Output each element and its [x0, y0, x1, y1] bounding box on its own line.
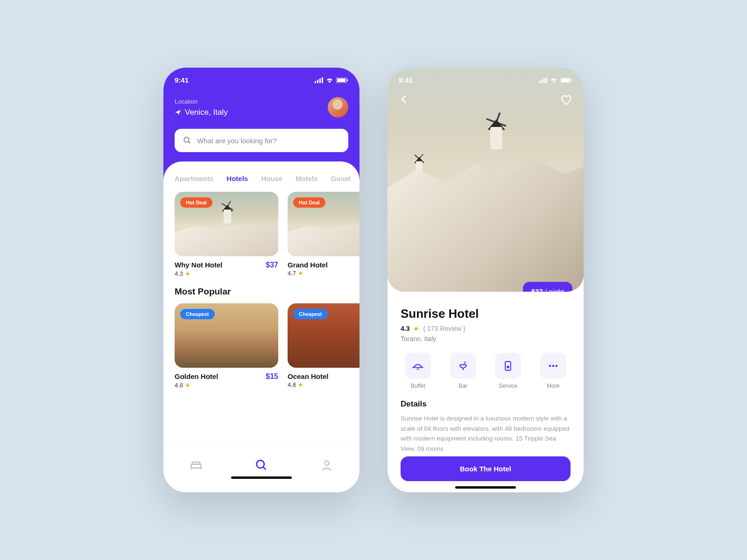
- cheapest-badge: Cheapest: [293, 309, 328, 319]
- hotel-card[interactable]: Hot Deal Why Not Hotel $37 4.3★: [175, 192, 278, 277]
- star-icon: ★: [413, 325, 419, 332]
- svg-rect-6: [347, 79, 348, 81]
- rating-value: 4.3: [401, 325, 409, 332]
- cheapest-badge: Cheapest: [180, 309, 215, 319]
- svg-point-15: [324, 461, 329, 465]
- hot-deal-badge: Hot Deal: [293, 197, 325, 208]
- svg-rect-9: [191, 464, 201, 468]
- battery-icon: [336, 77, 348, 83]
- more-icon: [547, 359, 560, 372]
- hotel-card[interactable]: Cheapest Golden Hotel $15 4.8★: [175, 303, 278, 389]
- hotel-card[interactable]: Hot Deal Grand Hotel 4.7★: [288, 192, 359, 277]
- tab-apartments[interactable]: Apartments: [175, 175, 213, 182]
- status-icons: [539, 77, 572, 83]
- hotel-title: Sunrise Hotel: [401, 307, 571, 321]
- status-icons: [315, 77, 348, 83]
- popular-row[interactable]: Cheapest Golden Hotel $15 4.8★ Cheapest …: [163, 303, 359, 389]
- svg-rect-19: [546, 77, 547, 83]
- search-input[interactable]: [197, 137, 340, 145]
- back-icon[interactable]: [399, 94, 410, 105]
- svg-rect-18: [543, 78, 545, 83]
- hotel-card[interactable]: Cheapest Ocean Hotel 4.8★: [288, 303, 359, 389]
- wifi-icon: [326, 77, 333, 83]
- amenity-bar[interactable]: Bar: [446, 353, 481, 389]
- status-bar: 9:41: [399, 76, 572, 84]
- hotel-price: $37: [266, 261, 278, 269]
- details-text: Sunrise Hotel is designed in a luxurious…: [401, 413, 571, 454]
- tab-house[interactable]: House: [261, 175, 282, 182]
- body: Apartments Hotels House Motels Guset Hot…: [163, 161, 359, 483]
- location-value: Venice, Italy: [175, 108, 228, 117]
- search-bar[interactable]: [175, 129, 348, 152]
- search-nav-icon[interactable]: [255, 459, 268, 472]
- svg-rect-3: [322, 77, 323, 83]
- svg-point-7: [184, 137, 189, 142]
- svg-rect-22: [571, 79, 572, 81]
- profile-icon[interactable]: [320, 459, 333, 472]
- wifi-icon: [550, 77, 557, 83]
- hotel-name: Ocean Hotel: [288, 372, 329, 380]
- price-pill: $37 / night: [523, 282, 572, 292]
- location-arrow-icon: [175, 109, 181, 116]
- hot-deal-badge: Hot Deal: [180, 197, 212, 208]
- category-tabs: Apartments Hotels House Motels Guset: [163, 175, 359, 182]
- svg-rect-2: [319, 78, 321, 83]
- svg-rect-1: [317, 80, 318, 83]
- battery-icon: [560, 77, 572, 83]
- hotel-name: Golden Hotel: [175, 372, 218, 380]
- svg-line-8: [188, 141, 190, 143]
- tab-guest[interactable]: Guset: [331, 175, 351, 182]
- hotel-rating: 4.3★: [175, 270, 278, 277]
- star-icon: ★: [298, 270, 303, 277]
- hotel-detail-screen: 9:41 $37 / night Sunrise Hotel 4.3 ★ ( 1…: [388, 68, 584, 492]
- home-indicator: [455, 486, 516, 489]
- detail-body: Sunrise Hotel 4.3 ★ ( 173 Review ) Toran…: [388, 292, 584, 454]
- svg-point-13: [257, 460, 264, 468]
- hero-image: 9:41 $37 / night: [388, 68, 584, 292]
- svg-line-27: [464, 362, 465, 364]
- svg-rect-16: [539, 81, 540, 83]
- price-value: $37: [531, 287, 543, 292]
- tab-motels[interactable]: Motels: [296, 175, 318, 182]
- svg-rect-0: [315, 81, 316, 83]
- star-icon: ★: [185, 270, 190, 277]
- svg-line-14: [263, 467, 266, 469]
- hotel-rating: 4.8★: [288, 381, 359, 388]
- location-row: Location Venice, Italy: [175, 97, 348, 118]
- heart-icon[interactable]: [560, 94, 572, 106]
- svg-rect-21: [561, 78, 570, 82]
- hotel-location: Torano. Italy: [401, 335, 571, 343]
- svg-point-31: [552, 365, 554, 367]
- status-time: 9:41: [175, 76, 189, 84]
- svg-point-30: [549, 365, 551, 367]
- svg-point-32: [555, 365, 557, 367]
- hot-deals-row[interactable]: Hot Deal Why Not Hotel $37 4.3★ Hot Deal…: [163, 192, 359, 277]
- amenity-service[interactable]: Service: [491, 353, 526, 389]
- hotel-image: Hot Deal: [175, 192, 278, 256]
- book-button[interactable]: Book The Hotel: [401, 456, 571, 481]
- location-block[interactable]: Location Venice, Italy: [175, 98, 228, 117]
- amenity-buffet[interactable]: Buffet: [401, 353, 436, 389]
- hotel-image: Cheapest: [175, 303, 278, 368]
- review-row: 4.3 ★ ( 173 Review ): [401, 325, 571, 332]
- hotel-price: $15: [266, 372, 278, 381]
- signal-icon: [539, 77, 547, 83]
- search-icon: [183, 136, 191, 145]
- tab-hotels[interactable]: Hotels: [226, 175, 248, 182]
- bar-icon: [457, 359, 470, 372]
- amenity-more[interactable]: More: [536, 353, 571, 389]
- avatar[interactable]: [328, 97, 348, 118]
- status-time: 9:41: [399, 76, 413, 84]
- status-bar: 9:41: [175, 76, 348, 84]
- svg-rect-5: [337, 78, 345, 82]
- svg-rect-12: [192, 462, 200, 464]
- location-label: Location: [175, 98, 228, 105]
- amenities-row: Buffet Bar Service More: [401, 353, 571, 389]
- review-count: ( 173 Review ): [423, 325, 465, 332]
- hotel-name: Grand Hotel: [288, 261, 328, 269]
- buffet-icon: [411, 359, 424, 372]
- bottom-nav: [163, 447, 359, 483]
- details-heading: Details: [401, 399, 571, 409]
- hotel-image: Hot Deal: [288, 192, 359, 256]
- bed-icon[interactable]: [190, 459, 203, 472]
